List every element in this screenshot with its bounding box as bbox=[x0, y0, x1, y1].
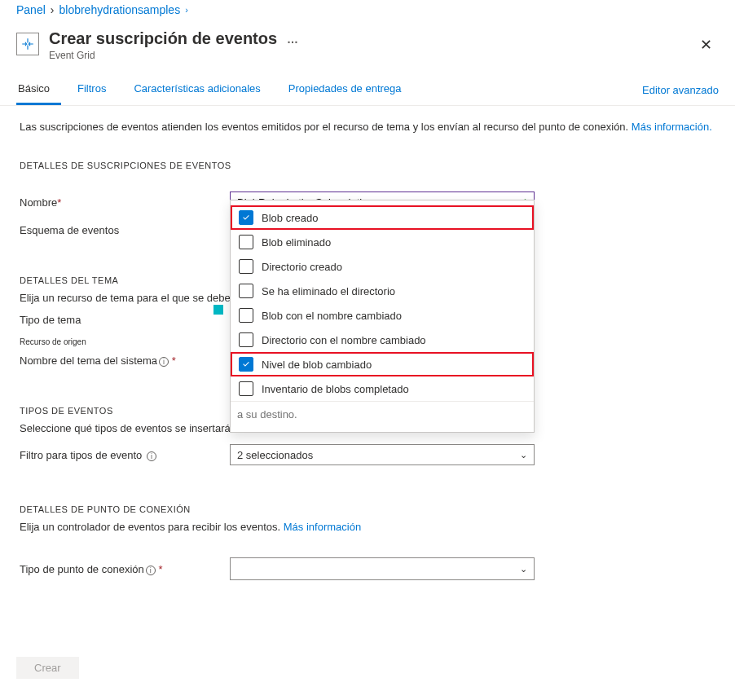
info-icon[interactable]: i bbox=[146, 566, 156, 575]
event-type-option-label: Directorio creado bbox=[262, 261, 342, 273]
section-heading-subscription: DETALLES DE SUSCRIPCIONES DE EVENTOS bbox=[20, 161, 715, 170]
tab-delivery[interactable]: Propiedades de entrega bbox=[287, 74, 413, 105]
event-type-option[interactable]: Directorio con el nombre cambiado bbox=[231, 328, 534, 352]
breadcrumb-panel[interactable]: Panel bbox=[16, 3, 46, 16]
label-topic-type: Tipo de tema bbox=[20, 314, 230, 326]
page-title: Crear suscripción de eventos bbox=[49, 29, 277, 48]
label-source-resource: Recurso de origen bbox=[20, 337, 230, 346]
event-types-dropdown[interactable]: Blob creadoBlob eliminadoDirectorio crea… bbox=[230, 200, 535, 433]
close-button[interactable]: ✕ bbox=[700, 36, 712, 54]
event-type-option[interactable]: Nivel de blob cambiado bbox=[231, 352, 534, 376]
checkbox[interactable] bbox=[239, 235, 253, 249]
event-type-option[interactable]: Blob eliminado bbox=[231, 230, 534, 254]
endpoint-type-select[interactable]: ⌄ bbox=[230, 557, 535, 580]
section-heading-endpoint: DETALLES DE PUNTO DE CONEXIÓN bbox=[20, 504, 715, 514]
label-event-schema: Esquema de eventos bbox=[20, 224, 230, 236]
advanced-editor-link[interactable]: Editor avanzado bbox=[642, 76, 719, 104]
event-type-option-label: Blob con el nombre cambiado bbox=[262, 310, 402, 322]
event-type-option[interactable]: Blob creado bbox=[231, 205, 534, 230]
chevron-right-icon: › bbox=[185, 5, 188, 15]
label-event-type-filter: Filtro para tipos de evento i bbox=[20, 449, 230, 461]
info-icon[interactable]: i bbox=[147, 451, 156, 461]
label-name: Nombre* bbox=[20, 196, 230, 209]
chevron-down-icon: ⌄ bbox=[520, 450, 527, 460]
tab-bar: Básico Filtros Características adicional… bbox=[0, 74, 735, 106]
breadcrumb-resource[interactable]: blobrehydrationsamples bbox=[59, 3, 180, 16]
event-type-option[interactable]: Se ha eliminado el directorio bbox=[231, 279, 534, 303]
chevron-right-icon: › bbox=[51, 3, 55, 16]
event-type-option[interactable]: Inventario de blobs completado bbox=[231, 376, 534, 401]
intro-more-link[interactable]: Más información. bbox=[632, 121, 712, 133]
event-type-option[interactable]: Directorio creado bbox=[231, 254, 534, 279]
event-type-option-label: Directorio con el nombre cambiado bbox=[262, 334, 426, 346]
create-button[interactable]: Crear bbox=[16, 657, 79, 679]
event-grid-icon bbox=[16, 33, 39, 55]
tab-basic[interactable]: Básico bbox=[16, 74, 61, 105]
checkbox[interactable] bbox=[239, 381, 253, 396]
checkbox[interactable] bbox=[239, 210, 253, 225]
event-type-option-label: Se ha eliminado el directorio bbox=[262, 285, 395, 297]
chevron-down-icon: ⌄ bbox=[520, 564, 527, 575]
checkbox[interactable] bbox=[239, 332, 253, 347]
checkbox[interactable] bbox=[239, 259, 253, 274]
endpoint-more-link[interactable]: Más información bbox=[284, 521, 361, 533]
event-type-option[interactable]: Blob con el nombre cambiado bbox=[231, 303, 534, 328]
decorative-bar bbox=[213, 305, 223, 315]
event-type-option-label: Nivel de blob cambiado bbox=[262, 359, 372, 371]
checkbox[interactable] bbox=[239, 357, 253, 372]
info-icon[interactable]: i bbox=[159, 357, 169, 367]
event-type-option-label: Inventario de blobs completado bbox=[262, 383, 409, 395]
more-actions-button[interactable]: … bbox=[287, 33, 300, 46]
intro-text: Las suscripciones de eventos atienden lo… bbox=[20, 121, 715, 133]
page-subtitle: Event Grid bbox=[49, 50, 719, 61]
event-type-option-label: Blob eliminado bbox=[262, 236, 331, 249]
section-sub-endpoint: Elija un controlador de eventos para rec… bbox=[20, 521, 715, 533]
event-type-option-label: Blob creado bbox=[262, 212, 318, 224]
label-endpoint-type: Tipo de punto de conexióni * bbox=[20, 563, 230, 575]
tab-additional[interactable]: Características adicionales bbox=[132, 74, 271, 105]
label-system-topic-name: Nombre del tema del sistemai * bbox=[20, 354, 230, 367]
checkbox[interactable] bbox=[239, 308, 253, 323]
event-type-filter-summary: 2 seleccionados bbox=[237, 449, 313, 461]
event-type-search-input[interactable] bbox=[237, 405, 527, 424]
checkbox[interactable] bbox=[239, 284, 253, 298]
tab-filters[interactable]: Filtros bbox=[76, 74, 117, 105]
event-type-filter-select[interactable]: 2 seleccionados ⌄ bbox=[230, 444, 535, 465]
